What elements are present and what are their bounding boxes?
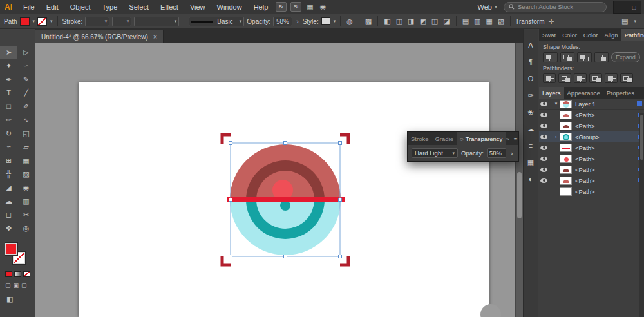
smooth-tool[interactable]: ∿ [17, 113, 35, 127]
illustrator-logo-icon[interactable]: Ai [0, 3, 17, 12]
handle-e[interactable] [339, 198, 342, 202]
tab-transparency[interactable]: ◌ Transparency [457, 132, 506, 145]
paragraph-panel-icon[interactable]: ¶ [524, 55, 538, 69]
align-bottom-icon[interactable]: ◪ [442, 17, 451, 26]
tab-appearance[interactable]: Appearance [564, 87, 603, 99]
layer-name[interactable]: <Group> [575, 133, 638, 140]
dock-options-icon[interactable]: ▤ [620, 17, 629, 26]
visibility-toggle[interactable] [539, 110, 549, 120]
exclude-button[interactable] [594, 52, 609, 62]
screen-mode-button[interactable]: ◧ [0, 289, 35, 303]
tab-swatches[interactable]: Swat [539, 29, 559, 41]
handle-nw[interactable] [229, 142, 232, 145]
draw-inside-icon[interactable]: ▢ [21, 282, 27, 289]
draw-behind-icon[interactable]: ▣ [14, 282, 19, 289]
fill-chevron-icon[interactable]: ▾ [33, 19, 35, 24]
align-top-icon[interactable]: ◩ [418, 17, 427, 26]
panel-scrollbar-thumb[interactable] [640, 115, 643, 160]
zoom-tool[interactable]: ◎ [17, 222, 35, 235]
layer-name[interactable]: <Path> [575, 111, 638, 119]
layer-row-path[interactable]: <Path> [539, 175, 644, 186]
fill-indicator-swatch[interactable] [5, 243, 17, 255]
blend-tool[interactable]: ◉ [17, 181, 35, 195]
column-graph-tool[interactable]: ▥ [17, 195, 35, 208]
layer-name[interactable]: <Path> [575, 144, 638, 151]
layer-thumbnail[interactable] [560, 133, 572, 141]
gradient-panel-icon[interactable]: ◐ [524, 172, 538, 186]
symbol-sprayer-tool[interactable]: ☁ [0, 195, 17, 208]
handle-ne[interactable] [339, 142, 342, 145]
distribute-horizontal-icon[interactable]: ▤ [461, 17, 470, 26]
artboard-tool[interactable]: ◻ [0, 208, 17, 222]
character-panel-icon[interactable]: A [524, 38, 538, 52]
rectangle-tool[interactable]: □ [0, 100, 17, 113]
merge-button[interactable] [574, 73, 587, 83]
menu-edit[interactable]: Edit [41, 3, 64, 11]
stroke-style-select[interactable]: Basic ▾ [189, 17, 244, 26]
layer-thumbnail[interactable] [560, 111, 572, 119]
menu-view[interactable]: View [184, 3, 211, 11]
blend-mode-select[interactable]: Hard Light ▾ [412, 148, 458, 158]
layer-row-path[interactable]: <Path> [539, 164, 644, 175]
draw-normal-icon[interactable]: ▢ [5, 282, 11, 289]
tab-pathfinder[interactable]: Pathfinder [621, 29, 644, 41]
gradient-button[interactable] [14, 271, 21, 277]
layer-row-group[interactable]: › <Group> [539, 131, 644, 142]
layer-row-layer1[interactable]: ▾ Layer 1 [539, 99, 644, 110]
align-left-icon[interactable]: ◧ [383, 17, 392, 26]
layer-thumbnail[interactable] [560, 177, 572, 185]
distribute-vertical-icon[interactable]: ▥ [473, 17, 482, 26]
menu-object[interactable]: Object [64, 3, 97, 11]
stroke-panel-icon[interactable]: ≡ [524, 139, 538, 153]
layer-name[interactable]: Layer 1 [575, 101, 637, 108]
symbols-panel-icon[interactable]: ☁ [524, 122, 538, 136]
globe-icon[interactable]: ◍ [345, 17, 354, 26]
visibility-toggle[interactable] [539, 120, 549, 131]
layer-name[interactable]: <Path> [575, 122, 638, 130]
panel-menu-icon[interactable]: ≡ [514, 135, 518, 142]
line-segment-tool[interactable]: ╱ [17, 86, 35, 100]
hand-tool[interactable]: ✥ [0, 222, 17, 235]
lasso-tool[interactable]: ∽ [17, 59, 35, 73]
curvature-tool[interactable]: ✎ [17, 73, 35, 86]
opacity-input[interactable]: 58% [273, 17, 292, 26]
layer-name[interactable]: <Path> [575, 188, 644, 195]
width-tool[interactable]: ≈ [0, 140, 17, 154]
arrange-documents-icon[interactable]: ▦ [303, 3, 316, 11]
crop-button[interactable] [589, 73, 602, 83]
close-tab-icon[interactable]: × [153, 33, 157, 41]
layer-row-path[interactable]: <Path> [539, 142, 644, 153]
layer-thumbnail[interactable] [560, 166, 572, 174]
perspective-grid-tool[interactable]: ▦ [17, 154, 35, 168]
direct-selection-tool[interactable]: ▷ [17, 46, 35, 59]
expand-caret-icon[interactable]: ▾ [553, 101, 560, 106]
stroke-weight-select[interactable]: ▾ [85, 17, 109, 26]
menu-file[interactable]: File [17, 3, 41, 11]
panel-opacity-input[interactable]: 58% [487, 148, 506, 158]
handle-s[interactable] [284, 255, 287, 258]
minus-front-button[interactable] [560, 52, 575, 62]
artwork-group[interactable] [222, 135, 348, 265]
gradient-tool[interactable]: ▨ [17, 168, 35, 181]
tab-align[interactable]: Align [601, 29, 621, 41]
mesh-tool[interactable]: ╬ [0, 168, 17, 181]
free-transform-tool[interactable]: ▱ [17, 140, 35, 154]
menu-select[interactable]: Select [123, 3, 155, 11]
scale-tool[interactable]: ◱ [17, 127, 35, 140]
panel-expand-chevron-icon[interactable]: › [509, 149, 515, 157]
outline-button[interactable] [605, 73, 618, 83]
handle-se[interactable] [339, 255, 342, 258]
stroke-color-swatch[interactable] [37, 17, 47, 26]
handle-n[interactable] [284, 142, 287, 145]
recolor-artwork-icon[interactable]: ▩ [364, 17, 373, 26]
fill-color-swatch[interactable] [20, 17, 30, 26]
style-chevron-icon[interactable]: ▾ [334, 19, 336, 24]
type-tool[interactable]: T [0, 86, 17, 100]
layer-thumbnail[interactable] [560, 122, 572, 130]
minus-back-button[interactable] [620, 73, 633, 83]
visibility-toggle[interactable] [539, 175, 549, 186]
handle-sw[interactable] [229, 255, 232, 258]
panel-scrollbar[interactable] [639, 113, 644, 317]
visibility-toggle[interactable] [539, 99, 549, 109]
opacity-panel-chevron-icon[interactable]: › [295, 17, 300, 25]
